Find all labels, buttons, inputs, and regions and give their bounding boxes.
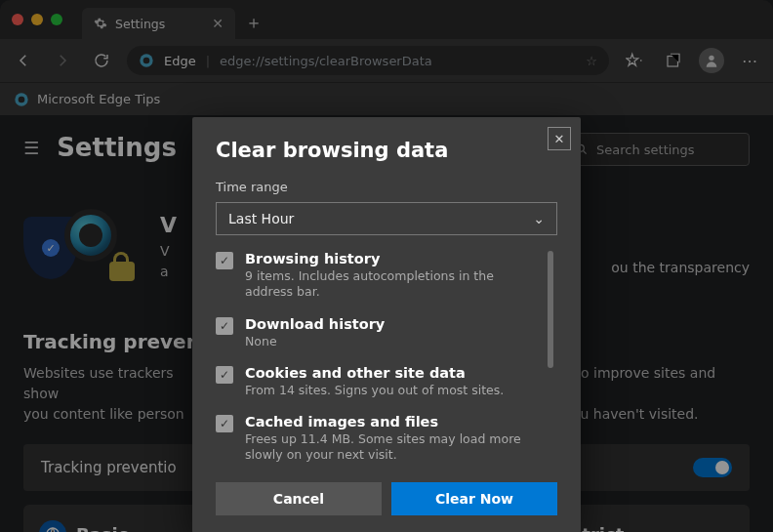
item-subtitle: Frees up 11.4 MB. Some sites may load mo… <box>245 431 540 464</box>
dialog-close-button[interactable]: ✕ <box>548 127 571 150</box>
item-subtitle: 9 items. Includes autocompletions in the… <box>245 268 540 301</box>
dialog-title: Clear browsing data <box>216 139 557 162</box>
time-range-label: Time range <box>216 180 557 194</box>
checkbox[interactable]: ✓ <box>216 415 233 432</box>
list-item: ✓ Download history None <box>216 316 540 349</box>
item-title: Browsing history <box>245 251 540 266</box>
cancel-button[interactable]: Cancel <box>216 482 382 515</box>
item-title: Download history <box>245 316 385 332</box>
list-item: ✓ Browsing history 9 items. Includes aut… <box>216 251 540 301</box>
clear-now-button[interactable]: Clear Now <box>391 482 557 515</box>
data-type-list: ✓ Browsing history 9 items. Includes aut… <box>216 251 557 476</box>
list-item: ✓ Cached images and files Frees up 11.4 … <box>216 414 540 464</box>
checkbox[interactable]: ✓ <box>216 366 233 384</box>
chevron-down-icon: ⌄ <box>533 211 545 226</box>
item-title: Cookies and other site data <box>245 365 504 381</box>
time-range-select[interactable]: Last Hour ⌄ <box>216 202 557 235</box>
list-item: ✓ Cookies and other site data From 14 si… <box>216 365 540 398</box>
scrollbar-thumb[interactable] <box>548 251 553 368</box>
clear-browsing-data-dialog: ✕ Clear browsing data Time range Last Ho… <box>192 117 581 532</box>
item-title: Cached images and files <box>245 414 540 430</box>
item-subtitle: From 14 sites. Signs you out of most sit… <box>245 383 504 398</box>
checkbox[interactable]: ✓ <box>216 252 233 269</box>
select-value: Last Hour <box>228 211 294 226</box>
checkbox[interactable]: ✓ <box>216 317 233 335</box>
item-subtitle: None <box>245 334 385 349</box>
